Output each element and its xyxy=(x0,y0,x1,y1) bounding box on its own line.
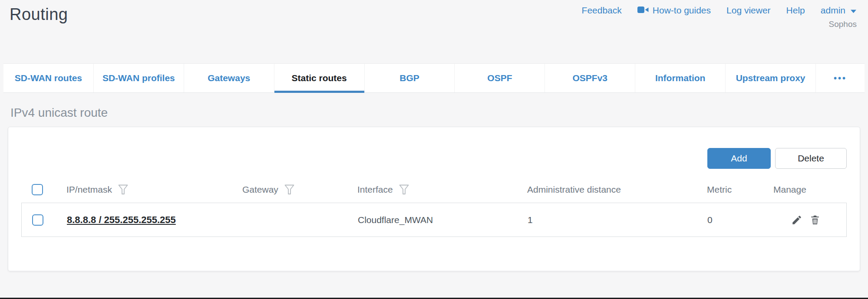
tab-label: Information xyxy=(655,73,706,83)
route-ip-link[interactable]: 8.8.8.8 / 255.255.255.255 xyxy=(67,214,176,225)
header-right: Feedback How-to guides Log viewer Help a… xyxy=(582,5,857,29)
tab-label: Static routes xyxy=(292,73,347,83)
card-actions: Add Delete xyxy=(21,148,847,169)
howto-guides-label: How-to guides xyxy=(653,5,711,16)
header-links: Feedback How-to guides Log viewer Help a… xyxy=(582,5,857,16)
col-label: Metric xyxy=(707,184,732,195)
tab-label: SD-WAN profiles xyxy=(102,73,175,83)
col-label: Interface xyxy=(357,184,393,195)
filter-icon[interactable] xyxy=(118,184,128,195)
table-header-row: IP/netmask Gateway Interface Administrat… xyxy=(21,181,847,198)
col-label: Manage xyxy=(773,184,806,195)
page-title: Routing xyxy=(10,5,68,24)
feedback-link-label: Feedback xyxy=(582,5,622,16)
tab-static-routes[interactable]: Static routes xyxy=(274,64,365,92)
col-header-gateway: Gateway xyxy=(242,184,357,195)
add-button[interactable]: Add xyxy=(707,148,771,169)
col-header-manage: Manage xyxy=(773,184,847,195)
tab-ospfv3[interactable]: OSPFv3 xyxy=(545,64,635,92)
help-label: Help xyxy=(786,5,805,16)
tab-sd-wan-routes[interactable]: SD-WAN routes xyxy=(3,64,94,92)
col-header-interface: Interface xyxy=(357,184,527,195)
tab-label: Gateways xyxy=(208,73,250,83)
tab-sd-wan-profiles[interactable]: SD-WAN profiles xyxy=(94,64,184,92)
help-link[interactable]: Help xyxy=(786,5,805,16)
edit-icon[interactable] xyxy=(791,214,802,226)
tab-label: OSPFv3 xyxy=(573,73,608,83)
routes-card: Add Delete IP/netmask Gateway Interface … xyxy=(8,127,860,271)
select-all-checkbox[interactable] xyxy=(32,184,43,195)
brand-label: Sophos xyxy=(829,20,857,29)
col-header-ip-netmask: IP/netmask xyxy=(66,184,242,195)
row-checkbox[interactable] xyxy=(32,214,43,226)
tab-bgp[interactable]: BGP xyxy=(365,64,455,92)
col-label: IP/netmask xyxy=(66,184,112,195)
tab-label: Upstream proxy xyxy=(736,73,805,83)
tab-label: OSPF xyxy=(487,73,512,83)
admin-distance-cell: 1 xyxy=(528,215,707,225)
filter-icon[interactable] xyxy=(399,184,409,195)
delete-button[interactable]: Delete xyxy=(775,148,847,169)
table-row: 8.8.8.8 / 255.255.255.255 Cloudflare_MWA… xyxy=(21,203,847,237)
chevron-down-icon xyxy=(850,5,857,16)
top-header: Routing Feedback How-to guides Log viewe… xyxy=(0,0,868,63)
filter-icon[interactable] xyxy=(284,184,294,195)
tab-upstream-proxy[interactable]: Upstream proxy xyxy=(726,64,816,92)
log-viewer-link[interactable]: Log viewer xyxy=(726,5,771,16)
user-menu-label: admin xyxy=(821,5,845,16)
tab-information[interactable]: Information xyxy=(635,64,726,92)
tabbar: SD-WAN routes SD-WAN profiles Gateways S… xyxy=(3,63,865,93)
col-label: Gateway xyxy=(242,184,278,195)
tab-overflow-menu[interactable]: ••• xyxy=(816,64,865,92)
tab-gateways[interactable]: Gateways xyxy=(184,64,274,92)
col-label: Administrative distance xyxy=(527,184,621,195)
col-header-admin-distance: Administrative distance xyxy=(527,184,707,195)
video-camera-icon xyxy=(637,5,649,16)
interface-cell: Cloudflare_MWAN xyxy=(358,215,528,225)
section-title: IPv4 unicast route xyxy=(10,106,868,120)
col-header-metric: Metric xyxy=(707,184,773,195)
user-menu[interactable]: admin xyxy=(821,5,857,16)
tab-ospf[interactable]: OSPF xyxy=(455,64,545,92)
howto-guides-link[interactable]: How-to guides xyxy=(637,5,711,16)
metric-cell: 0 xyxy=(707,215,774,225)
tab-label: SD-WAN routes xyxy=(15,73,82,83)
ellipsis-icon: ••• xyxy=(834,73,847,83)
feedback-link[interactable]: Feedback xyxy=(582,5,622,16)
trash-icon[interactable] xyxy=(809,214,821,226)
log-viewer-label: Log viewer xyxy=(726,5,771,16)
manage-cell xyxy=(774,214,846,226)
tab-label: BGP xyxy=(399,73,419,83)
